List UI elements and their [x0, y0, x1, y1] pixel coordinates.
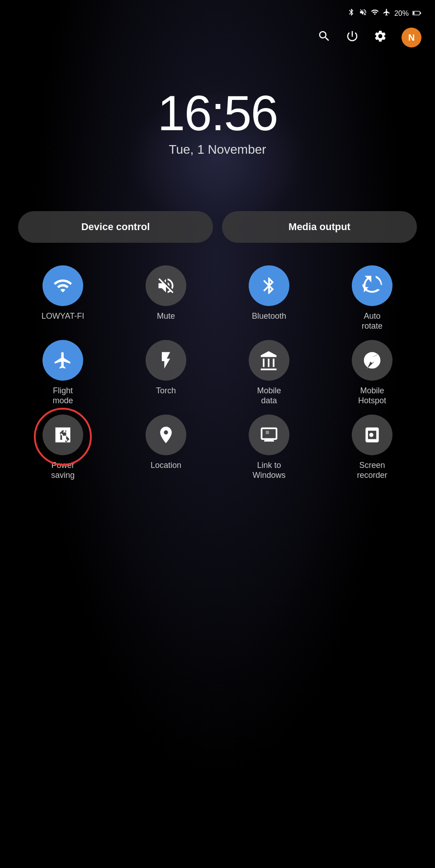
media-output-button[interactable]: Media output	[222, 211, 417, 243]
torch-icon-circle	[146, 340, 186, 381]
location-icon-circle	[146, 415, 186, 455]
bluetooth-status-icon	[347, 8, 355, 19]
powersaving-label: Powersaving	[51, 461, 75, 480]
search-button[interactable]	[317, 29, 331, 46]
hotspot-icon-circle	[352, 340, 392, 381]
qs-wifi[interactable]: LOWYAT-FI	[14, 265, 112, 331]
mobiledata-icon-circle	[249, 340, 289, 381]
mute-icon-circle	[146, 265, 186, 306]
linkwindows-label: Link toWindows	[252, 461, 285, 480]
battery-percentage: 20%	[394, 9, 409, 18]
qs-location[interactable]: Location	[117, 415, 215, 480]
linkwindows-icon-circle	[249, 415, 289, 455]
autorotate-icon-circle	[352, 265, 392, 306]
mobiledata-label: Mobiledata	[257, 386, 281, 406]
clock-date: Tue, 1 November	[0, 142, 435, 157]
qs-torch[interactable]: Torch	[117, 340, 215, 406]
flightmode-icon-circle	[43, 340, 83, 381]
mute-status-icon	[359, 8, 367, 19]
svg-rect-1	[413, 12, 414, 14]
svg-rect-3	[266, 431, 269, 434]
wifi-label: LOWYAT-FI	[42, 311, 84, 321]
qs-hotspot[interactable]: MobileHotspot	[323, 340, 421, 406]
qs-linkwindows[interactable]: Link toWindows	[220, 415, 318, 480]
top-actions: N	[0, 23, 435, 52]
qs-powersaving[interactable]: Powersaving	[14, 415, 112, 480]
clock-section: 16:56 Tue, 1 November	[0, 88, 435, 157]
autorotate-label: Autorotate	[362, 311, 383, 331]
qs-bluetooth[interactable]: Bluetooth	[220, 265, 318, 331]
qs-screenrecorder[interactable]: Screenrecorder	[323, 415, 421, 480]
mute-label: Mute	[157, 311, 175, 321]
user-avatar[interactable]: N	[402, 28, 421, 47]
airplane-status-icon	[383, 8, 391, 19]
qs-autorotate[interactable]: Autorotate	[323, 265, 421, 331]
bluetooth-icon-circle	[249, 265, 289, 306]
status-bar: 20%	[0, 0, 435, 23]
qs-mobiledata[interactable]: Mobiledata	[220, 340, 318, 406]
bluetooth-label: Bluetooth	[252, 311, 286, 321]
torch-label: Torch	[156, 386, 176, 396]
control-buttons: Device control Media output	[0, 211, 435, 243]
qs-flightmode[interactable]: Flightmode	[14, 340, 112, 406]
powersaving-icon-circle	[43, 415, 83, 455]
device-control-button[interactable]: Device control	[18, 211, 213, 243]
clock-time: 16:56	[0, 88, 435, 138]
flightmode-label: Flightmode	[52, 386, 73, 406]
wifi-icon-circle	[43, 265, 83, 306]
svg-rect-2	[420, 12, 421, 14]
wifi-status-icon	[371, 8, 379, 19]
power-button[interactable]	[345, 29, 359, 46]
quick-settings: LOWYAT-FI Mute Bluetooth	[0, 252, 435, 481]
location-label: Location	[151, 461, 181, 471]
screenrecorder-icon-circle	[352, 415, 392, 455]
main-content: 20% N	[0, 0, 435, 868]
hotspot-label: MobileHotspot	[358, 386, 386, 406]
battery-icon	[412, 9, 421, 18]
quick-settings-grid: LOWYAT-FI Mute Bluetooth	[14, 265, 421, 481]
qs-mute[interactable]: Mute	[117, 265, 215, 331]
status-icons: 20%	[347, 8, 421, 19]
screenrecorder-label: Screenrecorder	[357, 461, 387, 480]
settings-button[interactable]	[374, 29, 387, 46]
